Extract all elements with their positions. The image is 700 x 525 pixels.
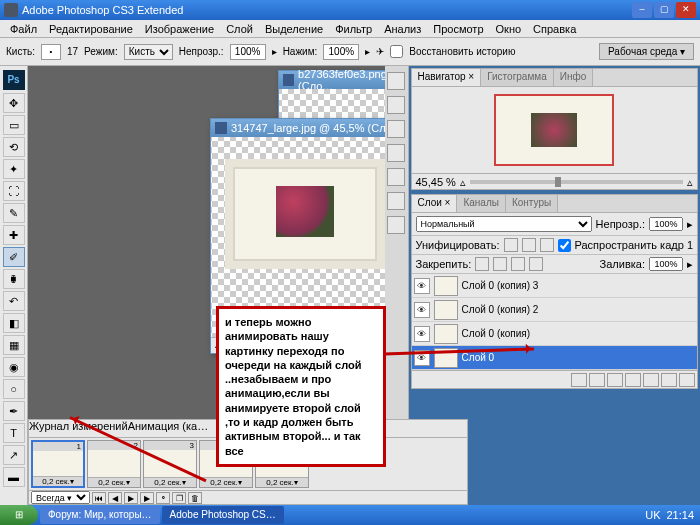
wand-tool[interactable]: ✦ [3, 159, 25, 179]
minimize-button[interactable]: – [632, 2, 652, 18]
menu-analysis[interactable]: Анализ [378, 23, 427, 35]
loop-select[interactable]: Всегда ▾ [31, 491, 90, 504]
start-button[interactable]: ⊞ [0, 505, 38, 525]
lock-position-icon[interactable] [511, 257, 525, 271]
shape-tool[interactable]: ▬ [3, 467, 25, 487]
document-icon [283, 74, 294, 86]
next-frame-icon[interactable]: ▶ [140, 492, 154, 504]
type-tool[interactable]: T [3, 423, 25, 443]
opacity-input[interactable] [230, 44, 266, 60]
propagate-checkbox[interactable] [558, 239, 571, 252]
trash-icon[interactable] [679, 373, 695, 387]
blend-mode-select[interactable]: Нормальный [416, 216, 592, 232]
strip-icon[interactable] [387, 72, 405, 90]
play-icon[interactable]: ▶ [124, 492, 138, 504]
layer-row[interactable]: 👁Слой 0 (копия) [412, 322, 698, 346]
taskbar-item[interactable]: Форум: Мир, которы… [40, 506, 160, 524]
menu-help[interactable]: Справка [527, 23, 582, 35]
first-frame-icon[interactable]: ⏮ [92, 492, 106, 504]
tab-animation[interactable]: Анимация (ка… [128, 420, 209, 437]
history-checkbox[interactable] [390, 45, 403, 58]
layer-thumb [434, 300, 458, 320]
mask-icon[interactable] [607, 373, 623, 387]
delete-frame-icon[interactable]: 🗑 [188, 492, 202, 504]
tab-info[interactable]: Инфо [554, 69, 594, 86]
adjustment-icon[interactable] [625, 373, 641, 387]
prev-frame-icon[interactable]: ◀ [108, 492, 122, 504]
lock-transparency-icon[interactable] [475, 257, 489, 271]
strip-icon[interactable] [387, 168, 405, 186]
strip-icon[interactable] [387, 216, 405, 234]
eraser-tool[interactable]: ◧ [3, 313, 25, 333]
menu-window[interactable]: Окно [490, 23, 528, 35]
zoom-slider[interactable] [470, 180, 683, 184]
layer-row[interactable]: 👁Слой 0 (копия) 2 [412, 298, 698, 322]
toolbox: Ps ✥ ▭ ⟲ ✦ ⛶ ✎ ✚ ✐ ⧯ ↶ ◧ ▦ ◉ ○ ✒ T ↗ ▬ [0, 66, 28, 506]
menu-select[interactable]: Выделение [259, 23, 329, 35]
fill-input[interactable] [649, 257, 683, 271]
layer-opacity-input[interactable] [649, 217, 683, 231]
opacity-label: Непрозр.: [179, 46, 224, 57]
new-layer-icon[interactable] [661, 373, 677, 387]
lock-pixels-icon[interactable] [493, 257, 507, 271]
move-tool[interactable]: ✥ [3, 93, 25, 113]
tab-layers[interactable]: Слои × [412, 195, 458, 212]
fx-icon[interactable] [589, 373, 605, 387]
strip-icon[interactable] [387, 120, 405, 138]
tween-icon[interactable]: ⚬ [156, 492, 170, 504]
tab-paths[interactable]: Контуры [506, 195, 558, 212]
animation-frame-selected[interactable]: 10,2 сек.▾ [31, 440, 85, 488]
menu-view[interactable]: Просмотр [427, 23, 489, 35]
menu-file[interactable]: Файл [4, 23, 43, 35]
healing-tool[interactable]: ✚ [3, 225, 25, 245]
zoom-in-icon[interactable]: ▵ [687, 174, 693, 190]
airbrush-icon[interactable]: ✈ [376, 46, 384, 57]
tab-navigator[interactable]: Навигатор × [412, 69, 482, 86]
visibility-icon[interactable]: 👁 [414, 302, 430, 318]
brush-tool[interactable]: ✐ [3, 247, 25, 267]
dodge-tool[interactable]: ○ [3, 379, 25, 399]
tab-histogram[interactable]: Гистограмма [481, 69, 554, 86]
ps-icon[interactable]: Ps [3, 70, 25, 90]
group-icon[interactable] [643, 373, 659, 387]
layer-row[interactable]: 👁Слой 0 (копия) 3 [412, 274, 698, 298]
workspace-button[interactable]: Рабочая среда ▾ [599, 43, 694, 60]
app-title: Adobe Photoshop CS3 Extended [22, 4, 183, 16]
menu-layer[interactable]: Слой [220, 23, 259, 35]
strip-icon[interactable] [387, 96, 405, 114]
marquee-tool[interactable]: ▭ [3, 115, 25, 135]
flow-input[interactable] [323, 44, 359, 60]
gradient-tool[interactable]: ▦ [3, 335, 25, 355]
maximize-button[interactable]: ▢ [654, 2, 674, 18]
visibility-icon[interactable]: 👁 [414, 278, 430, 294]
pen-tool[interactable]: ✒ [3, 401, 25, 421]
taskbar-item-active[interactable]: Adobe Photoshop CS… [162, 506, 284, 524]
unify-icon[interactable] [504, 238, 518, 252]
history-brush-tool[interactable]: ↶ [3, 291, 25, 311]
nav-zoom[interactable]: 45,45 % [416, 174, 456, 190]
blur-tool[interactable]: ◉ [3, 357, 25, 377]
nav-thumbnail[interactable] [494, 94, 614, 166]
link-icon[interactable] [571, 373, 587, 387]
menu-edit[interactable]: Редактирование [43, 23, 139, 35]
brush-preview[interactable] [41, 44, 61, 60]
visibility-icon[interactable]: 👁 [414, 326, 430, 342]
unify-icon[interactable] [540, 238, 554, 252]
strip-icon[interactable] [387, 192, 405, 210]
path-tool[interactable]: ↗ [3, 445, 25, 465]
duplicate-frame-icon[interactable]: ❐ [172, 492, 186, 504]
mode-select[interactable]: Кисть [124, 44, 173, 60]
tab-channels[interactable]: Каналы [457, 195, 506, 212]
strip-icon[interactable] [387, 144, 405, 162]
close-button[interactable]: ✕ [676, 2, 696, 18]
stamp-tool[interactable]: ⧯ [3, 269, 25, 289]
unify-icon[interactable] [522, 238, 536, 252]
crop-tool[interactable]: ⛶ [3, 181, 25, 201]
menu-image[interactable]: Изображение [139, 23, 220, 35]
zoom-out-icon[interactable]: ▵ [460, 174, 466, 190]
eyedropper-tool[interactable]: ✎ [3, 203, 25, 223]
menu-filter[interactable]: Фильтр [329, 23, 378, 35]
lasso-tool[interactable]: ⟲ [3, 137, 25, 157]
tray-lang[interactable]: UK [645, 509, 660, 521]
lock-all-icon[interactable] [529, 257, 543, 271]
